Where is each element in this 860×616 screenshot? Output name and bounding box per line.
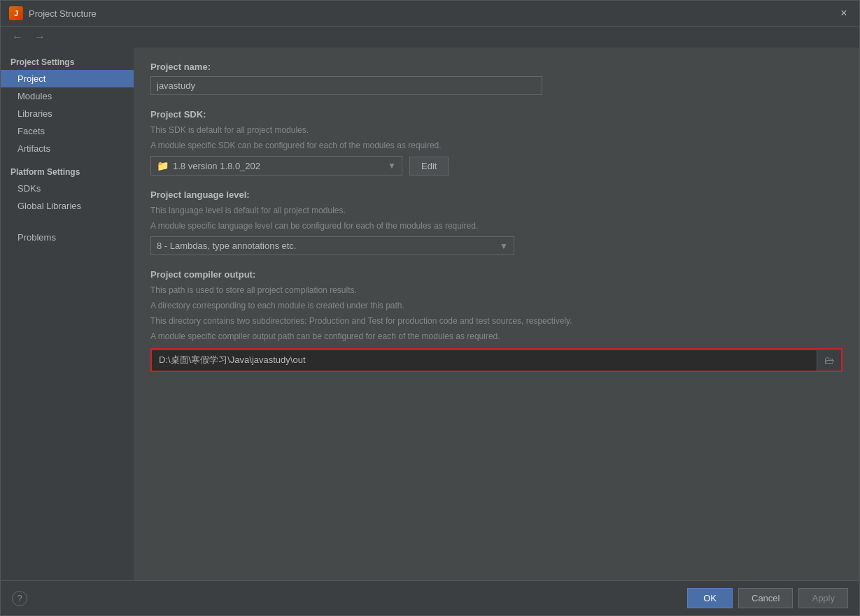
sidebar-item-modules[interactable]: Modules bbox=[1, 87, 134, 105]
project-lang-desc1: This language level is default for all p… bbox=[150, 204, 843, 217]
project-sdk-group: Project SDK: This SDK is default for all… bbox=[150, 109, 843, 176]
project-name-group: Project name: bbox=[150, 62, 843, 95]
ok-button[interactable]: OK bbox=[687, 588, 733, 608]
project-sdk-label: Project SDK: bbox=[150, 109, 843, 120]
close-button[interactable]: × bbox=[837, 6, 851, 20]
project-lang-group: Project language level: This language le… bbox=[150, 189, 843, 255]
project-sdk-desc1: This SDK is default for all project modu… bbox=[150, 124, 843, 136]
back-button[interactable]: ← bbox=[9, 29, 26, 45]
sidebar-item-sdks[interactable]: SDKs bbox=[1, 180, 134, 197]
compiler-output-label: Project compiler output: bbox=[150, 269, 843, 280]
lang-dropdown-arrow: ▼ bbox=[500, 241, 508, 251]
footer: ? OK Cancel Apply bbox=[1, 580, 859, 615]
project-lang-label: Project language level: bbox=[150, 189, 843, 200]
app-icon: J bbox=[9, 6, 23, 20]
sdk-select-inner: 📁 1.8 version 1.8.0_202 bbox=[157, 160, 260, 171]
compiler-output-group: Project compiler output: This path is us… bbox=[150, 269, 843, 372]
footer-left: ? bbox=[12, 591, 27, 606]
sdk-select[interactable]: 📁 1.8 version 1.8.0_202 ▼ bbox=[150, 156, 402, 176]
project-name-label: Project name: bbox=[150, 62, 843, 72]
compiler-output-desc1: This path is used to store all project c… bbox=[150, 284, 843, 296]
sdk-edit-button[interactable]: Edit bbox=[409, 157, 449, 176]
lang-value: 8 - Lambdas, type annotations etc. bbox=[157, 241, 296, 251]
main-content: Project name: Project SDK: This SDK is d… bbox=[134, 48, 859, 580]
lang-select[interactable]: 8 - Lambdas, type annotations etc. ▼ bbox=[150, 236, 514, 255]
compiler-output-desc2: A directory corresponding to each module… bbox=[150, 299, 843, 312]
cancel-button[interactable]: Cancel bbox=[738, 588, 793, 608]
sidebar-item-global-libraries[interactable]: Global Libraries bbox=[1, 197, 134, 215]
title-bar-left: J Project Structure bbox=[9, 6, 97, 20]
title-bar: J Project Structure × bbox=[1, 1, 859, 27]
sidebar-item-project[interactable]: Project bbox=[1, 70, 134, 87]
sidebar-item-libraries[interactable]: Libraries bbox=[1, 105, 134, 122]
nav-bar: ← → bbox=[1, 27, 859, 48]
compiler-output-desc4: A module specific compiler output path c… bbox=[150, 330, 843, 343]
forward-button[interactable]: → bbox=[31, 29, 48, 45]
platform-settings-section: Platform Settings bbox=[1, 163, 134, 180]
sidebar-item-artifacts[interactable]: Artifacts bbox=[1, 140, 134, 157]
sdk-dropdown-arrow: ▼ bbox=[388, 161, 396, 171]
sdk-folder-icon: 📁 bbox=[157, 160, 169, 171]
compiler-output-input[interactable] bbox=[152, 350, 817, 371]
project-name-input[interactable] bbox=[150, 76, 542, 95]
project-sdk-desc2: A module specific SDK can be configured … bbox=[150, 139, 843, 152]
project-settings-section: Project Settings bbox=[1, 53, 134, 70]
sidebar: Project Settings Project Modules Librari… bbox=[1, 48, 134, 580]
project-lang-desc2: A module specific language level can be … bbox=[150, 220, 843, 232]
compiler-output-desc3: This directory contains two subdirectori… bbox=[150, 315, 843, 327]
content-area: Project Settings Project Modules Librari… bbox=[1, 48, 859, 580]
sdk-value: 1.8 version 1.8.0_202 bbox=[173, 161, 260, 171]
project-structure-dialog: J Project Structure × ← → Project Settin… bbox=[0, 0, 860, 616]
compiler-output-browse-button[interactable]: 🗁 bbox=[817, 350, 841, 371]
compiler-output-row: 🗁 bbox=[150, 348, 843, 372]
sidebar-item-facets[interactable]: Facets bbox=[1, 122, 134, 140]
apply-button[interactable]: Apply bbox=[798, 588, 848, 608]
help-button[interactable]: ? bbox=[12, 591, 27, 606]
sidebar-item-problems[interactable]: Problems bbox=[1, 229, 134, 246]
sdk-row: 📁 1.8 version 1.8.0_202 ▼ Edit bbox=[150, 156, 843, 176]
footer-right: OK Cancel Apply bbox=[687, 588, 848, 608]
window-title: Project Structure bbox=[29, 8, 97, 19]
